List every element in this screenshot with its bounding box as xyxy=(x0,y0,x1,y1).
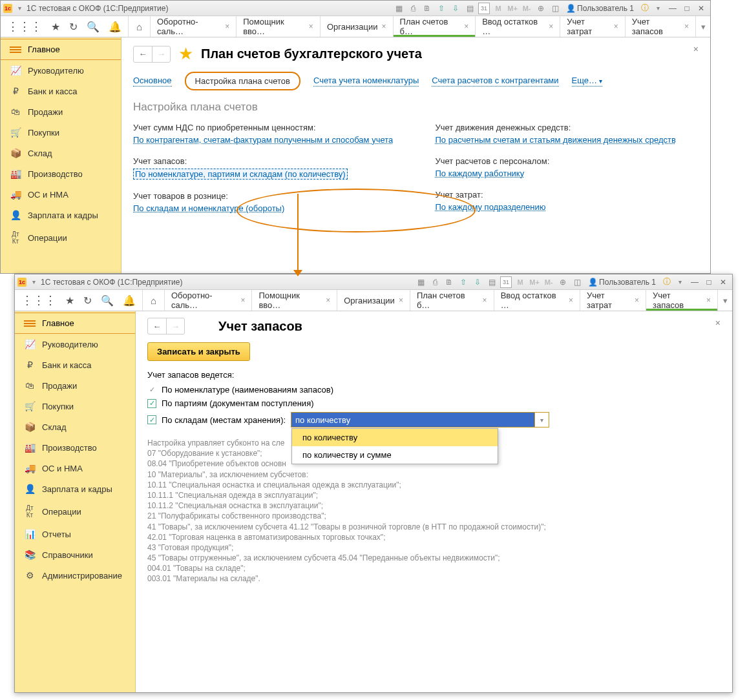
user-name: Пользователь 1 xyxy=(577,4,634,13)
sidebar-item-rukovoditelu[interactable]: 📈Руководителю xyxy=(1,60,121,81)
memory-mplus-icon[interactable]: M+ xyxy=(507,3,518,14)
sidebar-item-operacii[interactable]: ДтКтОперации xyxy=(1,225,121,250)
tab-close-icon[interactable]: × xyxy=(614,22,618,31)
block-label: Учет затрат: xyxy=(436,190,699,200)
sidebar-label: ОС и НМА xyxy=(28,190,68,200)
link-personal[interactable]: По каждому работнику xyxy=(436,169,525,178)
block-label: Учет сумм НДС по приобретенным ценностям… xyxy=(133,123,397,132)
tab-organizacii[interactable]: Организации× xyxy=(321,16,394,37)
preview-icon[interactable]: ▦ xyxy=(393,3,405,14)
sidebar-label: Производство xyxy=(28,169,83,179)
link-dds[interactable]: По расчетным счетам и статьям движения д… xyxy=(436,135,676,145)
block-label: Учет расчетов с персоналом: xyxy=(436,156,699,166)
settings-grid: Учет сумм НДС по приобретенным ценностям… xyxy=(133,123,699,225)
home-button[interactable]: ⌂ xyxy=(129,16,151,37)
sidebar: Главное 📈Руководителю ₽Банк и касса 🛍Про… xyxy=(1,37,121,273)
info-icon[interactable]: ⓘ xyxy=(639,3,651,14)
truck-icon: 🚚 xyxy=(10,189,21,200)
tab-uchet-zapasov[interactable]: Учет запасов× xyxy=(626,16,696,37)
bell-icon[interactable]: 🔔 xyxy=(109,21,121,33)
ruble-icon: ₽ xyxy=(10,86,21,96)
tab-close-icon[interactable]: × xyxy=(464,22,468,31)
link-nds[interactable]: По контрагентам, счетам-фактурам получен… xyxy=(133,135,393,145)
tabs-overflow-icon[interactable]: ▾ xyxy=(696,16,710,37)
person-icon: 👤 xyxy=(10,210,21,220)
block-personal: Учет расчетов с персоналом: По каждому р… xyxy=(436,156,699,178)
arrow-up-icon[interactable]: ⇧ xyxy=(436,3,447,14)
tab-close-icon[interactable]: × xyxy=(382,22,386,31)
calc-icon[interactable]: ▤ xyxy=(464,3,476,14)
sidebar-item-bank[interactable]: ₽Банк и касса xyxy=(1,81,121,101)
tab-label: Ввод остатков … xyxy=(482,17,545,36)
titlebar-icons: ▦ ⎙ 🗎 ⇧ ⇩ ▤ 31 M M+ M- ⊕ ◫ 👤 Пользовател… xyxy=(393,3,662,14)
content-close-icon[interactable]: × xyxy=(693,44,699,54)
sidebar-item-os-nma[interactable]: 🚚ОС и НМА xyxy=(1,184,121,205)
history-icon[interactable]: ↻ xyxy=(69,21,78,33)
calendar-icon[interactable]: 31 xyxy=(478,3,490,14)
tabs-row: Оборотно-саль…× Помощник вво…× Организац… xyxy=(151,16,696,37)
dkt-icon: ДтКт xyxy=(10,231,21,245)
star-icon[interactable]: ★ xyxy=(51,21,60,33)
block-zapasov: Учет запасов: По номенклатуре, партиям и… xyxy=(133,156,397,180)
arrow-down-icon[interactable]: ⇩ xyxy=(450,3,461,14)
tab-close-icon[interactable]: × xyxy=(549,22,553,31)
user-label[interactable]: 👤 Пользователь 1 xyxy=(563,4,637,13)
annotation-arrow-line xyxy=(297,194,299,274)
block-nds: Учет сумм НДС по приобретенным ценностям… xyxy=(133,123,397,145)
sidebar-item-glavnoe[interactable]: Главное xyxy=(1,39,121,60)
tab-close-icon[interactable]: × xyxy=(225,22,229,31)
memory-m-icon[interactable]: M xyxy=(492,3,504,14)
tab-label: План счетов б… xyxy=(400,17,461,36)
page-title: План счетов бухгалтерского учета xyxy=(201,46,422,61)
print-icon[interactable]: ⎙ xyxy=(407,3,419,14)
tab-label: Помощник вво… xyxy=(243,17,305,36)
sidebar-item-proizvodstvo[interactable]: 🏭Производство xyxy=(1,163,121,184)
apps-icon[interactable]: ⋮⋮⋮ xyxy=(7,19,42,34)
nav-back-button[interactable]: ← xyxy=(134,46,152,62)
chart-icon: 📈 xyxy=(10,65,21,76)
app-logo-icon: 1c xyxy=(3,4,12,13)
close-button[interactable]: ✕ xyxy=(695,3,708,14)
sidebar-item-pokupki[interactable]: 🛒Покупки xyxy=(1,122,121,143)
nav-forward-button[interactable]: → xyxy=(152,46,170,62)
sidebar-item-prodazhi[interactable]: 🛍Продажи xyxy=(1,101,121,122)
block-label: Учет запасов: xyxy=(133,156,397,166)
link-zatrat[interactable]: По каждому подразделению xyxy=(436,202,546,212)
panels-icon[interactable]: ◫ xyxy=(549,3,561,14)
sidebar-item-sklad[interactable]: 📦Склад xyxy=(1,143,121,163)
subtab-osnovnoe[interactable]: Основное xyxy=(133,76,172,87)
memory-mminus-icon[interactable]: M- xyxy=(521,3,532,14)
window-title: 1С тестовая с ОКОФ (1С:Предприятие) xyxy=(26,4,168,13)
subtab-scheta-kontr[interactable]: Счета расчетов с контрагентами xyxy=(432,76,558,87)
toolbar-left: ⋮⋮⋮ ★ ↻ 🔍 🔔 xyxy=(1,16,129,37)
tab-label: Учет затрат xyxy=(567,17,609,36)
tab-oborotno[interactable]: Оборотно-саль…× xyxy=(151,16,237,37)
block-label: Учет движения денежных средств: xyxy=(436,123,699,132)
tab-plan-schetov[interactable]: План счетов б…× xyxy=(394,16,476,37)
link-zapasov[interactable]: По номенклатуре, партиям и складам (по к… xyxy=(133,169,348,180)
subtab-nastroika[interactable]: Настройка плана счетов xyxy=(185,72,300,90)
info-drop-icon[interactable]: ▾ xyxy=(653,5,662,12)
tab-uchet-zatrat[interactable]: Учет затрат× xyxy=(560,16,625,37)
box-icon: 📦 xyxy=(10,148,21,158)
tab-close-icon[interactable]: × xyxy=(309,22,313,31)
minimize-button[interactable]: — xyxy=(666,3,679,14)
tab-close-icon[interactable]: × xyxy=(684,22,689,31)
zoom-icon[interactable]: ⊕ xyxy=(535,3,547,14)
maximize-button[interactable]: □ xyxy=(680,3,693,14)
tab-pomoshnik[interactable]: Помощник вво…× xyxy=(237,16,321,37)
app-menu-drop-icon[interactable]: ▾ xyxy=(15,5,24,12)
subtab-scheta-nom[interactable]: Счета учета номенклатуры xyxy=(313,76,419,87)
search-icon[interactable]: 🔍 xyxy=(87,21,100,33)
subtab-more[interactable]: Еще… xyxy=(572,76,602,87)
favorite-star-icon[interactable]: ★ xyxy=(178,44,193,64)
sidebar-item-zarplata[interactable]: 👤Зарплата и кадры xyxy=(1,205,121,225)
nav-arrows: ← → xyxy=(133,46,171,63)
sidebar-label: Покупки xyxy=(28,128,59,138)
link-roznica[interactable]: По складам и номенклатуре (обороты) xyxy=(133,203,284,213)
titlebar: 1c ▾ 1С тестовая с ОКОФ (1С:Предприятие)… xyxy=(1,1,710,16)
tab-vvod-ostatkov[interactable]: Ввод остатков …× xyxy=(476,16,560,37)
doc-icon[interactable]: 🗎 xyxy=(421,3,433,14)
tab-label: Учет запасов xyxy=(632,17,680,36)
block-label: Учет товаров в рознице: xyxy=(133,191,397,201)
